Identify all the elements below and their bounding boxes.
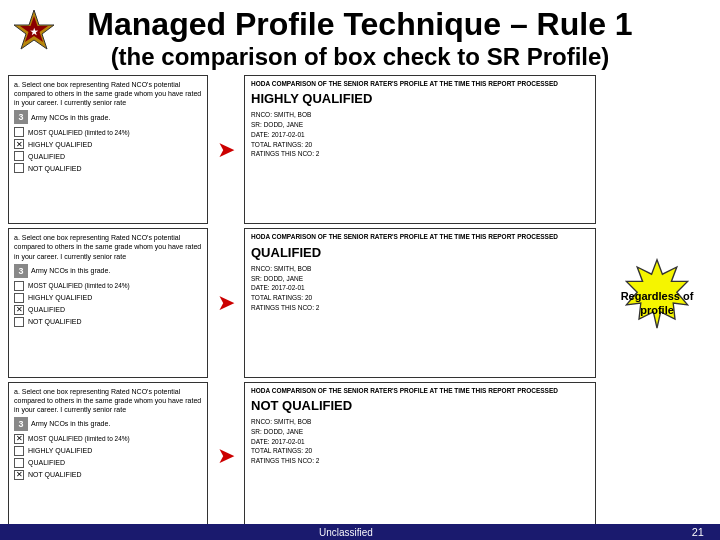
checkbox-label-3-3: QUALIFIED bbox=[28, 459, 65, 466]
footer-label: Unclassified bbox=[0, 527, 692, 538]
checkbox-label-2-2: HIGHLY QUALIFIED bbox=[28, 294, 92, 301]
header-bar: ★ Managed Profile Technique – Rule 1 (th… bbox=[0, 0, 720, 71]
starburst-text: Regardless of profile bbox=[621, 289, 694, 318]
checkbox-item-2-1: MOST QUALIFIED (limited to 24%) bbox=[14, 281, 202, 291]
starburst: Regardless of profile bbox=[612, 258, 702, 348]
form-desc-3: a. Select one box representing Rated NCO… bbox=[14, 387, 202, 414]
checkbox-label-1-2: HIGHLY QUALIFIED bbox=[28, 141, 92, 148]
checkbox-label-1-4: NOT QUALIFIED bbox=[28, 165, 82, 172]
checkbox-3-1[interactable] bbox=[14, 434, 24, 444]
hoda-box-3: HODA COMPARISON OF THE SENIOR RATER'S PR… bbox=[244, 382, 596, 531]
checkbox-label-1-3: QUALIFIED bbox=[28, 153, 65, 160]
checkbox-1-4[interactable] bbox=[14, 163, 24, 173]
checkbox-item-1-3: QUALIFIED bbox=[14, 151, 202, 161]
hoda-rating-3: NOT QUALIFIED bbox=[251, 398, 589, 413]
checkbox-label-3-4: NOT QUALIFIED bbox=[28, 471, 82, 478]
page-title: Managed Profile Technique – Rule 1 bbox=[0, 6, 720, 43]
checkbox-item-3-4: NOT QUALIFIED bbox=[14, 470, 202, 480]
footer-page: 21 bbox=[692, 526, 704, 538]
rate-number-2: 3 bbox=[14, 264, 28, 278]
checkbox-item-2-3: QUALIFIED bbox=[14, 305, 202, 315]
hoda-details-2: RNCO: SMITH, BOB SR: DODD, JANE DATE: 20… bbox=[251, 264, 589, 313]
hoda-details-1: RNCO: SMITH, BOB SR: DODD, JANE DATE: 20… bbox=[251, 110, 589, 159]
checkbox-label-2-1: MOST QUALIFIED (limited to 24%) bbox=[28, 282, 130, 289]
checkbox-item-2-2: HIGHLY QUALIFIED bbox=[14, 293, 202, 303]
checkbox-label-1-1: MOST QUALIFIED (limited to 24%) bbox=[28, 129, 130, 136]
army-logo: ★ bbox=[10, 8, 58, 56]
checkbox-item-3-2: HIGHLY QUALIFIED bbox=[14, 446, 202, 456]
hoda-header-2: HODA COMPARISON OF THE SENIOR RATER'S PR… bbox=[251, 233, 589, 241]
checkbox-2-3[interactable] bbox=[14, 305, 24, 315]
hoda-header-3: HODA COMPARISON OF THE SENIOR RATER'S PR… bbox=[251, 387, 589, 395]
checkbox-3-3[interactable] bbox=[14, 458, 24, 468]
checkbox-label-2-3: QUALIFIED bbox=[28, 306, 65, 313]
checkbox-item-1-2: HIGHLY QUALIFIED bbox=[14, 139, 202, 149]
svg-text:★: ★ bbox=[30, 27, 39, 37]
checkbox-item-2-4: NOT QUALIFIED bbox=[14, 317, 202, 327]
checkbox-item-3-1: MOST QUALIFIED (limited to 24%) bbox=[14, 434, 202, 444]
checkbox-item-3-3: QUALIFIED bbox=[14, 458, 202, 468]
checkbox-1-1[interactable] bbox=[14, 127, 24, 137]
footer-bar: Unclassified 21 bbox=[0, 524, 720, 540]
checkbox-label-3-2: HIGHLY QUALIFIED bbox=[28, 447, 92, 454]
rate-number-3: 3 bbox=[14, 417, 28, 431]
checkbox-2-1[interactable] bbox=[14, 281, 24, 291]
rate-number-1: 3 bbox=[14, 110, 28, 124]
form-box-3: a. Select one box representing Rated NCO… bbox=[8, 382, 208, 531]
checkbox-label-3-1: MOST QUALIFIED (limited to 24%) bbox=[28, 435, 130, 442]
arrow-3: ➤ bbox=[217, 445, 235, 467]
form-box-2: a. Select one box representing Rated NCO… bbox=[8, 228, 208, 377]
checkbox-3-2[interactable] bbox=[14, 446, 24, 456]
hoda-rating-1: HIGHLY QUALIFIED bbox=[251, 91, 589, 106]
hoda-column: HODA COMPARISON OF THE SENIOR RATER'S PR… bbox=[244, 75, 596, 531]
hoda-header-1: HODA COMPARISON OF THE SENIOR RATER'S PR… bbox=[251, 80, 589, 88]
checkbox-2-2[interactable] bbox=[14, 293, 24, 303]
form-desc-2: a. Select one box representing Rated NCO… bbox=[14, 233, 202, 260]
checkbox-item-1-4: NOT QUALIFIED bbox=[14, 163, 202, 173]
arrow-2: ➤ bbox=[217, 292, 235, 314]
page-subtitle: (the comparison of box check to SR Profi… bbox=[0, 43, 720, 71]
starburst-column: Regardless of profile bbox=[602, 75, 712, 531]
hoda-box-2: HODA COMPARISON OF THE SENIOR RATER'S PR… bbox=[244, 228, 596, 377]
checkbox-label-2-4: NOT QUALIFIED bbox=[28, 318, 82, 325]
arrow-column: ➤➤➤ bbox=[214, 75, 238, 531]
checkbox-1-3[interactable] bbox=[14, 151, 24, 161]
checkbox-3-4[interactable] bbox=[14, 470, 24, 480]
form-box-1: a. Select one box representing Rated NCO… bbox=[8, 75, 208, 224]
senior-rate-line-2: 3Army NCOs in this grade. bbox=[14, 264, 202, 278]
hoda-rating-2: QUALIFIED bbox=[251, 245, 589, 260]
form-column: a. Select one box representing Rated NCO… bbox=[8, 75, 208, 531]
checkbox-2-4[interactable] bbox=[14, 317, 24, 327]
checkbox-1-2[interactable] bbox=[14, 139, 24, 149]
senior-rate-line-3: 3Army NCOs in this grade. bbox=[14, 417, 202, 431]
hoda-box-1: HODA COMPARISON OF THE SENIOR RATER'S PR… bbox=[244, 75, 596, 224]
senior-rate-line-1: 3Army NCOs in this grade. bbox=[14, 110, 202, 124]
checkbox-item-1-1: MOST QUALIFIED (limited to 24%) bbox=[14, 127, 202, 137]
arrow-1: ➤ bbox=[217, 139, 235, 161]
main-content: a. Select one box representing Rated NCO… bbox=[0, 71, 720, 531]
form-desc-1: a. Select one box representing Rated NCO… bbox=[14, 80, 202, 107]
hoda-details-3: RNCO: SMITH, BOB SR: DODD, JANE DATE: 20… bbox=[251, 417, 589, 466]
